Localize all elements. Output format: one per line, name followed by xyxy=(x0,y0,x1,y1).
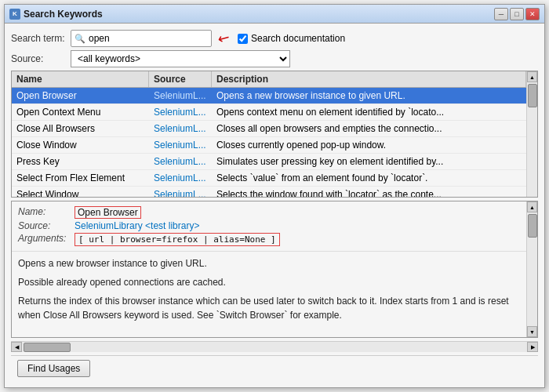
keywords-table-container: Name Source Description Open Browser Sel… xyxy=(11,71,538,198)
detail-args-row: Arguments: [ url | browser=firefox | ali… xyxy=(18,233,520,246)
table-row[interactable]: Press Key SeleniumL... Simulates user pr… xyxy=(12,154,526,170)
find-usages-button[interactable]: Find Usages xyxy=(17,360,90,377)
bottom-bar: Find Usages xyxy=(11,355,538,381)
close-button[interactable]: ✕ xyxy=(525,8,540,20)
search-icon: 🔍 xyxy=(75,34,85,44)
scroll-up-button[interactable]: ▲ xyxy=(527,71,537,82)
cell-description: Selects `value` from an element found by… xyxy=(212,170,526,186)
arrow-annotation: ↙ xyxy=(215,28,234,49)
detail-description: Opens a new browser instance to given UR… xyxy=(12,252,526,337)
description-paragraph: Opens a new browser instance to given UR… xyxy=(18,256,520,270)
detail-source-label: Source: xyxy=(18,220,75,231)
window-icon: K xyxy=(9,9,20,20)
source-select[interactable]: <all keywords> xyxy=(71,50,290,67)
cell-name: Select From Flex Element xyxy=(12,170,149,186)
cell-name: Close All Browsers xyxy=(12,121,149,136)
detail-name-value: Open Browser xyxy=(75,206,141,219)
source-row: Source: <all keywords> xyxy=(11,50,538,67)
cell-name: Close Window xyxy=(12,137,149,153)
cell-source: SeleniumL... xyxy=(149,170,212,186)
cell-source: SeleniumL... xyxy=(149,121,212,136)
table-row[interactable]: Open Context Menu SeleniumL... Opens con… xyxy=(12,104,526,121)
main-window: K Search Keywords ─ □ ✕ Search term: 🔍 ↙… xyxy=(4,4,545,388)
cell-source: SeleniumL... xyxy=(149,187,212,197)
detail-args-label: Arguments: xyxy=(18,233,75,244)
table-row[interactable]: Close All Browsers SeleniumL... Closes a… xyxy=(12,121,526,137)
description-paragraph: Returns the index of this browser instan… xyxy=(18,294,520,322)
table-row[interactable]: Select Window SeleniumL... Selects the w… xyxy=(12,187,526,197)
cell-source: SeleniumL... xyxy=(149,104,212,120)
cell-name: Press Key xyxy=(12,154,149,169)
doc-checkbox[interactable] xyxy=(238,34,248,44)
window-title: Search Keywords xyxy=(24,9,103,20)
detail-source-value: SeleniumLibrary <test library> xyxy=(75,220,199,231)
table-body: Open Browser SeleniumL... Opens a new br… xyxy=(12,88,526,197)
table-inner: Name Source Description Open Browser Sel… xyxy=(12,71,526,197)
horizontal-scrollbar[interactable]: ◀ ▶ xyxy=(11,341,538,352)
cell-description: Opens context menu on element identified… xyxy=(212,104,526,120)
source-label: Source: xyxy=(11,53,66,64)
cell-description: Simulates user pressing key on element i… xyxy=(212,154,526,169)
table-row[interactable]: Close Window SeleniumL... Closes current… xyxy=(12,137,526,154)
title-controls: ─ □ ✕ xyxy=(494,8,540,20)
cell-description: Selects the window found with `locator` … xyxy=(212,187,526,197)
detail-args-value: [ url | browser=firefox | alias=None ] xyxy=(75,233,280,246)
cell-name: Open Browser xyxy=(12,88,149,103)
cell-description: Opens a new browser instance to given UR… xyxy=(212,88,526,103)
content-area: Search term: 🔍 ↙ Search documentation So… xyxy=(5,24,544,387)
title-bar: K Search Keywords ─ □ ✕ xyxy=(5,5,544,24)
detail-scroll-thumb[interactable] xyxy=(528,214,537,238)
doc-checkbox-row: Search documentation xyxy=(238,33,345,44)
search-input-wrapper[interactable]: 🔍 xyxy=(71,30,212,47)
col-header-description: Description xyxy=(212,71,526,87)
cell-name: Select Window xyxy=(12,187,149,197)
cell-source: SeleniumL... xyxy=(149,88,212,103)
cell-source: SeleniumL... xyxy=(149,137,212,153)
search-term-label: Search term: xyxy=(11,33,66,44)
table-row[interactable]: Select From Flex Element SeleniumL... Se… xyxy=(12,170,526,187)
detail-name-row: Name: Open Browser xyxy=(18,206,520,219)
col-header-name: Name xyxy=(12,71,149,87)
maximize-button[interactable]: □ xyxy=(510,8,524,20)
detail-panel-container: Name: Open Browser Source: SeleniumLibra… xyxy=(11,201,538,338)
cell-source: SeleniumL... xyxy=(149,154,212,169)
cell-description: Closes all open browsers and empties the… xyxy=(212,121,526,136)
table-vertical-scrollbar[interactable]: ▲ xyxy=(526,71,537,197)
detail-vertical-scrollbar[interactable]: ▲ ▼ xyxy=(526,201,537,337)
detail-top: Name: Open Browser Source: SeleniumLibra… xyxy=(12,201,526,252)
cell-description: Closes currently opened pop-up window. xyxy=(212,137,526,153)
title-bar-left: K Search Keywords xyxy=(9,9,103,20)
col-header-source: Source xyxy=(149,71,212,87)
doc-checkbox-label: Search documentation xyxy=(251,33,345,44)
detail-name-label: Name: xyxy=(18,206,75,217)
cell-name: Open Context Menu xyxy=(12,104,149,120)
scroll-thumb[interactable] xyxy=(528,84,537,107)
h-scroll-right-button[interactable]: ▶ xyxy=(527,342,538,352)
detail-scroll-up[interactable]: ▲ xyxy=(527,201,537,212)
h-scroll-thumb[interactable] xyxy=(24,343,71,352)
h-scroll-left-button[interactable]: ◀ xyxy=(11,342,22,352)
table-row[interactable]: Open Browser SeleniumL... Opens a new br… xyxy=(12,88,526,104)
detail-inner: Name: Open Browser Source: SeleniumLibra… xyxy=(12,201,526,337)
detail-scroll-down[interactable]: ▼ xyxy=(527,326,537,337)
minimize-button[interactable]: ─ xyxy=(494,8,508,20)
search-input[interactable] xyxy=(89,33,198,44)
description-paragraph: Possible already opened connections are … xyxy=(18,275,520,289)
detail-source-row: Source: SeleniumLibrary <test library> xyxy=(18,220,520,231)
table-header: Name Source Description xyxy=(12,71,526,88)
search-term-row: Search term: 🔍 ↙ Search documentation xyxy=(11,30,538,47)
h-scroll-track xyxy=(22,342,527,352)
